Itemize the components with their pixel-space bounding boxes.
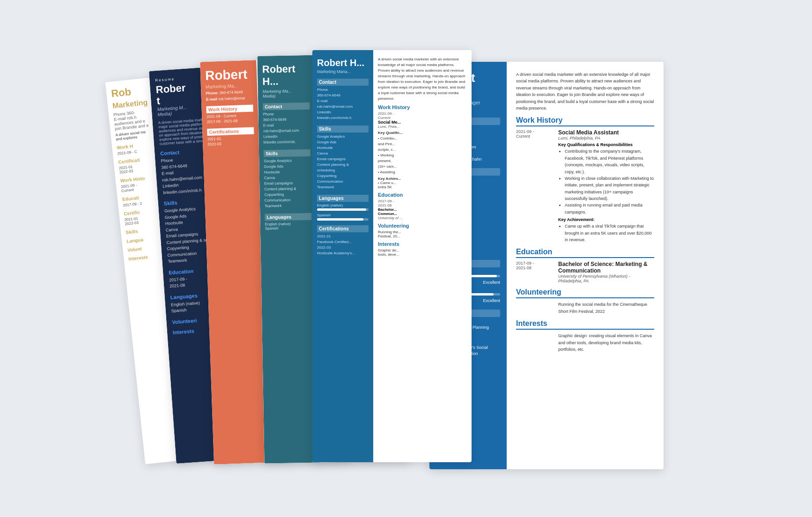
c6-job-title: Social Media Assistant: [558, 129, 654, 136]
c4-skills: Google AnalyticsGoogle AdsHootsuiteCanva…: [264, 158, 311, 209]
c6-achievement: Came up with a viral TikTok campaign tha…: [565, 223, 654, 243]
resume-card-5: Robert H... Marketing Mana... Contact Ph…: [312, 50, 472, 462]
c6-bullet-2: Working in close collaboration with Mark…: [565, 175, 654, 202]
c5-skills-label: Skills: [317, 126, 369, 133]
c4-lang: English (native)Spanish: [265, 222, 312, 231]
c4-title: Marketing Ma...Media): [263, 89, 310, 99]
c5-edu-dates: 2017-09 -2021-08: [378, 199, 467, 207]
c5-title: Marketing Mana...: [317, 69, 369, 74]
c5-achievement: Key Achiev...• Came u...extra 5K: [378, 177, 467, 189]
c5-lang-label: Languages: [317, 195, 369, 202]
c4-contact: Phone360-674-6649E-mailrob.hahn@email.co…: [263, 111, 310, 146]
c6-ka-label: Key Achievement:: [558, 217, 654, 222]
c6-edu-title: Education: [516, 248, 654, 258]
c6-int-text: Graphic design: creating visual elements…: [558, 332, 654, 353]
c5-edu-label: Education: [378, 192, 467, 198]
c5-job-title: Social Me...: [378, 120, 467, 125]
c5-int-text: Graphic de...tools, deve...: [378, 248, 467, 257]
c5-int-label: Interests: [378, 241, 467, 247]
c5-summary: A driven social media marketer with an e…: [378, 57, 467, 102]
c5-degree: Bachelor...Commun...: [378, 207, 467, 216]
c5-vol-label: Volunteering: [378, 223, 467, 229]
c5-contact-label: Contact: [317, 79, 369, 86]
c6-int-title: Interests: [516, 319, 654, 330]
c6-edu-date: 2017-09 -2021-08: [516, 261, 554, 283]
c6-bullet-3: Assisting in running email and paid medi…: [565, 202, 654, 215]
c3-cert2: 2022-03: [207, 140, 254, 146]
c5-vol-text: Running the...Festival, 20...: [378, 230, 467, 238]
c6-job-date: 2021-09 -Current: [516, 129, 554, 243]
c6-kq-label: Key Qualifications & Responsibilities: [558, 142, 654, 147]
c4-contact-label: Contact: [263, 103, 310, 111]
c6-degree: Bachelor of Science: Marketing & Communi…: [558, 261, 654, 274]
c5-cert: 2021-01Facebook Certified...2022-03Hoots…: [317, 234, 369, 256]
c6-summary: A driven social media marketer with an e…: [516, 71, 654, 111]
c3-title: Marketing Ma...: [206, 82, 252, 89]
c5-lang1: English (native): [317, 203, 369, 207]
c6-vol-text: Running the social media for the Cinemat…: [558, 301, 654, 315]
c5-skills: Google AnalyticsGoogle AdsHootsuiteCanva…: [317, 134, 369, 190]
c3-edu-date: 2017-09 - 2021-08: [207, 118, 253, 124]
c3-name: Robert: [205, 67, 252, 82]
c5-lang2-bar: [317, 218, 363, 221]
c3-wh-label: Work History: [206, 104, 253, 113]
c5-wh-label: Work History: [378, 104, 467, 110]
c6-vol-title: Volunteering: [516, 288, 654, 298]
c5-contact: Phone360-674-6649E-mailrob.hahn@email.co…: [317, 87, 369, 121]
c6-job-co: Lumi, Philadelphia, PA: [558, 136, 654, 140]
c5-school: University of ...: [378, 216, 467, 220]
c5-job-co: Lumi, Phila...: [378, 125, 467, 129]
c4-name: Robert H...: [262, 63, 310, 88]
c5-lang1-bar: [317, 208, 366, 211]
c5-name: Robert H...: [317, 58, 369, 68]
c6-school: University of Pennsylvania (Wharton) - P…: [558, 274, 654, 283]
c6-bullet-1: Contributing to the company's Instagram,…: [565, 148, 654, 175]
c4-skills-label: Skills: [264, 149, 310, 157]
c3-cert-label: Certifications: [207, 127, 254, 135]
c3-email: E-mail rob.hahn@emai: [206, 96, 253, 101]
c5-job-kq: Key Qualific...• Contribu...and Pint...s…: [378, 130, 467, 175]
c3-phone: Phone: 360-674-6649: [206, 89, 252, 95]
c5-lang2: Spanish: [317, 213, 369, 217]
resume-scene: RobMarketing Phone 360-E-mail rob.haudie…: [125, 48, 687, 469]
c5-job-dates: 2021-09 -Current: [378, 111, 467, 120]
c6-wh-title: Work History: [516, 116, 654, 126]
c5-cert-label: Certifications: [317, 225, 369, 232]
c4-lang-label: Languages: [265, 213, 311, 221]
